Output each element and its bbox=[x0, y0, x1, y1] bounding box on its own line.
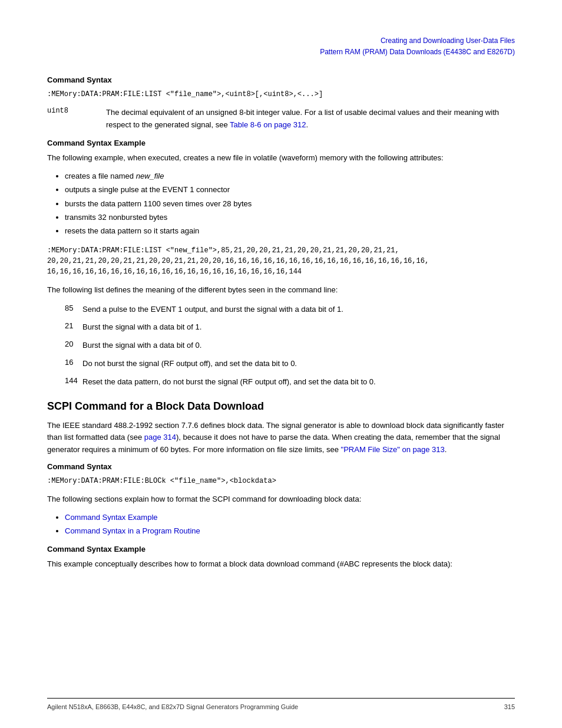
list-item: transmits 32 nonbursted bytes bbox=[65, 210, 515, 224]
footer: Agilent N518xA, E8663B, E44x8C, and E82x… bbox=[47, 698, 515, 710]
scpi-bullet-link-1[interactable]: Command Syntax in a Program Routine bbox=[65, 526, 200, 535]
command-syntax-code-2: :MEMory:DATA:PRAM:FILE:BLOCk <"file_name… bbox=[47, 476, 515, 486]
def-row: 85 Send a pulse to the EVENT 1 output, a… bbox=[47, 304, 515, 316]
command-syntax-code-1: :MEMory:DATA:PRAM:FILE:LIST <"file_name"… bbox=[47, 89, 515, 100]
bullet-text-1: outputs a single pulse at the EVENT 1 co… bbox=[65, 185, 230, 194]
command-syntax-following: The following sections explain how to fo… bbox=[47, 493, 515, 506]
command-syntax-heading-2: Command Syntax bbox=[47, 462, 515, 471]
def-row: 16 Do not burst the signal (RF output of… bbox=[47, 358, 515, 370]
command-syntax-heading-1: Command Syntax bbox=[47, 75, 515, 84]
def-num-3: 16 bbox=[47, 358, 82, 367]
param-name: uint8 bbox=[47, 107, 106, 131]
def-text-0: Send a pulse to the EVENT 1 output, and … bbox=[82, 304, 515, 316]
list-item: Command Syntax in a Program Routine bbox=[65, 524, 515, 538]
header-link-line1[interactable]: Creating and Downloading User-Data Files bbox=[47, 35, 515, 47]
def-row: 144 Reset the data pattern, do not burst… bbox=[47, 376, 515, 388]
bullet-text-3: transmits 32 nonbursted bytes bbox=[65, 213, 167, 222]
scpi-section: SCPI Command for a Block Data Download T… bbox=[47, 400, 515, 456]
command-syntax-example-section-2: Command Syntax Example This example conc… bbox=[47, 545, 515, 571]
param-table: uint8 The decimal equivalent of an unsig… bbox=[47, 107, 515, 131]
bullet-em-0: new_file bbox=[136, 172, 164, 180]
bullet-text-0: creates a file named bbox=[65, 172, 136, 180]
example-2-text: This example conceptually describes how … bbox=[47, 558, 515, 571]
def-num-1: 21 bbox=[47, 321, 82, 330]
def-num-2: 20 bbox=[47, 340, 82, 348]
def-text-3: Do not burst the signal (RF output off),… bbox=[82, 358, 515, 370]
scpi-bullet-link-0[interactable]: Command Syntax Example bbox=[65, 513, 158, 522]
scpi-bullet-list: Command Syntax Example Command Syntax in… bbox=[65, 510, 515, 538]
footer-left-text: Agilent N518xA, E8663B, E44x8C, and E82x… bbox=[47, 703, 298, 710]
scpi-section-title: SCPI Command for a Block Data Download bbox=[47, 400, 515, 413]
list-item: bursts the data pattern 1100 seven times… bbox=[65, 197, 515, 210]
bullet-text-2: bursts the data pattern 1100 seven times… bbox=[65, 199, 252, 208]
def-text-1: Burst the signal with a data bit of 1. bbox=[82, 321, 515, 334]
header-link-line2[interactable]: Pattern RAM (PRAM) Data Downloads (E4438… bbox=[47, 47, 515, 58]
param-table-link[interactable]: Table 8-6 on page 312 bbox=[230, 120, 306, 129]
def-num-0: 85 bbox=[47, 304, 82, 312]
command-syntax-example-heading-2: Command Syntax Example bbox=[47, 545, 515, 554]
command-syntax-example-heading-1: Command Syntax Example bbox=[47, 139, 515, 147]
def-text-2: Burst the signal with a data bit of 0. bbox=[82, 340, 515, 352]
scpi-intro-end: . bbox=[445, 445, 447, 454]
scpi-link2[interactable]: "PRAM File Size" on page 313 bbox=[341, 445, 445, 454]
page: Creating and Downloading User-Data Files… bbox=[0, 0, 562, 728]
def-row: 20 Burst the signal with a data bit of 0… bbox=[47, 340, 515, 352]
example-intro-text: The following example, when executed, cr… bbox=[47, 152, 515, 164]
def-text-4: Reset the data pattern, do not burst the… bbox=[82, 376, 515, 388]
header-right: Creating and Downloading User-Data Files… bbox=[47, 35, 515, 58]
command-syntax-section-1: Command Syntax :MEMory:DATA:PRAM:FILE:LI… bbox=[47, 75, 515, 131]
following-text: The following list defines the meaning o… bbox=[47, 284, 515, 297]
list-item: resets the data pattern so it starts aga… bbox=[65, 224, 515, 238]
definition-table: 85 Send a pulse to the EVENT 1 output, a… bbox=[47, 304, 515, 388]
param-desc-after: . bbox=[306, 120, 308, 129]
scpi-intro: The IEEE standard 488.2-1992 section 7.7… bbox=[47, 420, 515, 456]
footer-page-number: 315 bbox=[504, 703, 515, 710]
example-bullets: creates a file named new_file outputs a … bbox=[65, 169, 515, 238]
def-num-4: 144 bbox=[47, 376, 82, 385]
list-item: Command Syntax Example bbox=[65, 510, 515, 524]
command-syntax-example-section-1: Command Syntax Example The following exa… bbox=[47, 139, 515, 388]
scpi-link1[interactable]: page 314 bbox=[144, 433, 176, 442]
list-item: creates a file named new_file bbox=[65, 169, 515, 183]
list-item: outputs a single pulse at the EVENT 1 co… bbox=[65, 183, 515, 196]
def-row: 21 Burst the signal with a data bit of 1… bbox=[47, 321, 515, 334]
example-code-1: :MEMory:DATA:PRAM:FILE:LIST <"new_file">… bbox=[47, 245, 515, 277]
param-desc: The decimal equivalent of an unsigned 8-… bbox=[106, 107, 515, 131]
bullet-text-4: resets the data pattern so it starts aga… bbox=[65, 226, 199, 235]
command-syntax-section-2: Command Syntax :MEMory:DATA:PRAM:FILE:BL… bbox=[47, 462, 515, 538]
